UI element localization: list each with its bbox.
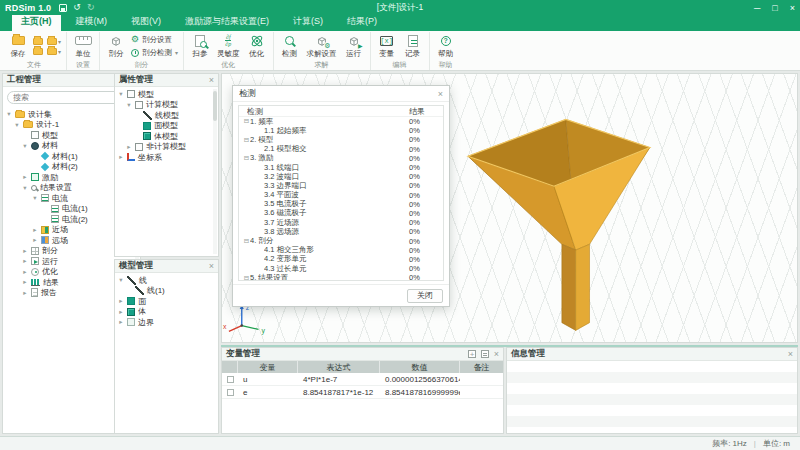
checkbox[interactable]: [227, 376, 234, 383]
redo-icon[interactable]: ↻: [87, 3, 95, 12]
tab-modeling[interactable]: 建模(M): [67, 13, 117, 31]
window-title: [文件]设计-1: [0, 2, 800, 14]
tree-item-solid[interactable]: ▸体: [115, 307, 218, 318]
recent-file-button[interactable]: ▾: [47, 38, 61, 45]
save-button[interactable]: 保存: [7, 33, 29, 59]
report-icon: [31, 288, 38, 297]
close-icon[interactable]: ×: [209, 262, 214, 271]
tree-item-surface[interactable]: ▸面: [115, 296, 218, 307]
gear-badge-icon: ⚙: [324, 42, 330, 49]
tab-view[interactable]: 视图(V): [122, 13, 170, 31]
ribbon-group-file: 保存 ▾ ▾ 文件: [2, 32, 67, 70]
tree-item-boundary[interactable]: ▸边界: [115, 317, 218, 328]
tree-item-noncalc-model[interactable]: ▸非计算模型: [115, 142, 218, 153]
line-icon: [127, 276, 136, 285]
expander-icon[interactable]: ▸: [118, 318, 124, 326]
status-separator: |: [754, 439, 756, 448]
title-bar: RDSim 1.0 ↺ ↻ [文件]设计-1 ─ □ ×: [0, 0, 800, 15]
expander-icon[interactable]: ▸: [22, 247, 28, 255]
sensitivity-button[interactable]: ∂f∂p 灵敏度: [215, 33, 242, 59]
folder-icon: [33, 38, 43, 45]
expander-icon[interactable]: ▾: [126, 101, 132, 109]
expander-icon[interactable]: ▾: [22, 184, 28, 192]
expander-icon[interactable]: ⊟: [243, 118, 250, 125]
sweep-button[interactable]: 扫参: [189, 33, 211, 59]
checkbox[interactable]: [227, 389, 234, 396]
expander-icon[interactable]: ▾: [118, 90, 124, 98]
maximize-button[interactable]: □: [772, 3, 777, 13]
mesh-check-button[interactable]: 剖分检测 ▾: [131, 48, 178, 58]
material-item-icon: [41, 163, 49, 171]
expander-icon[interactable]: ▾: [14, 121, 20, 129]
mesh-button[interactable]: 剖分: [105, 33, 127, 59]
save-icon[interactable]: [59, 4, 67, 12]
close-icon[interactable]: ×: [494, 350, 499, 359]
expander-icon[interactable]: ▸: [22, 278, 28, 286]
expander-icon[interactable]: ▸: [22, 257, 28, 265]
tree-item-coordinate-system[interactable]: ▸坐标系: [115, 152, 218, 163]
expander-icon[interactable]: ⊟: [243, 275, 250, 281]
solve-settings-button[interactable]: ⚙ 求解设置: [305, 33, 339, 59]
scrollbar[interactable]: [213, 89, 217, 254]
expander-icon[interactable]: ▸: [22, 289, 28, 297]
3d-viewport[interactable]: z x y 检测 × 检测 结果: [221, 73, 798, 343]
expander-icon[interactable]: ▸: [32, 226, 38, 234]
expander-icon[interactable]: ▸: [22, 173, 28, 181]
expander-icon[interactable]: ▸: [118, 153, 124, 161]
variable-row-e[interactable]: e 8.854187817*1e-12 8.854187816999999e-.…: [222, 386, 503, 399]
tree-item-solid-model[interactable]: 体模型: [115, 131, 218, 142]
expander-icon[interactable]: ▸: [118, 297, 124, 305]
close-icon[interactable]: ×: [209, 76, 214, 85]
delete-variable-icon[interactable]: [481, 350, 489, 358]
expander-icon[interactable]: ▾: [6, 110, 12, 118]
help-button[interactable]: ? 帮助: [435, 33, 457, 59]
expander-icon[interactable]: ▾: [118, 276, 124, 284]
unit-button[interactable]: 单位: [72, 33, 94, 59]
expander-icon[interactable]: ▸: [126, 143, 132, 151]
run-button[interactable]: ▶ 运行: [343, 33, 365, 59]
atom-icon: [250, 34, 264, 48]
col-variable: 变量: [238, 361, 298, 373]
tree-item-calc-model[interactable]: ▾计算模型: [115, 100, 218, 111]
close-icon[interactable]: ×: [438, 89, 443, 99]
tree-item-line-model[interactable]: 线模型: [115, 110, 218, 121]
expander-icon[interactable]: ⊟: [243, 155, 250, 162]
undo-icon[interactable]: ↺: [73, 3, 81, 12]
tab-results[interactable]: 结果(P): [338, 13, 386, 31]
expander-icon[interactable]: ⊟: [243, 137, 250, 144]
expander-icon[interactable]: ▸: [22, 268, 28, 276]
record-button[interactable]: 记录: [402, 33, 424, 59]
expander-icon[interactable]: ⊟: [243, 238, 250, 245]
tree-item-line-1[interactable]: 线(1): [115, 286, 218, 297]
tree-item-surface-model[interactable]: 面模型: [115, 121, 218, 132]
column-check: 检测: [247, 106, 409, 117]
expander-icon[interactable]: ▾: [32, 194, 38, 202]
check-list: 检测 结果 ⊟1. 频率0% 1.1 起始频率0% ⊟2. 模型0% 2.1 模…: [238, 105, 444, 281]
expander-icon[interactable]: ▾: [22, 142, 28, 150]
import-file-button[interactable]: [33, 48, 43, 55]
close-icon[interactable]: ×: [788, 350, 793, 359]
tab-excitation-results[interactable]: 激励源与结果设置(E): [176, 13, 278, 31]
expander-icon[interactable]: ▸: [118, 308, 124, 316]
tab-compute[interactable]: 计算(S): [284, 13, 332, 31]
minimize-button[interactable]: ─: [754, 3, 760, 13]
check-row[interactable]: ⊟5. 结果设置0%: [239, 273, 443, 281]
expander-icon[interactable]: ▸: [32, 236, 38, 244]
mesh-settings-button[interactable]: ⚙ 剖分设置: [131, 35, 178, 45]
dialog-close-button[interactable]: 关闭: [407, 289, 443, 303]
variable-button[interactable]: [x] 变量: [376, 33, 398, 59]
variable-row-u[interactable]: u 4*PI*1e-7 0.00000125663706143...: [222, 373, 503, 386]
check-button[interactable]: 检测: [279, 33, 301, 59]
status-frequency: 频率: 1Hz: [712, 438, 747, 449]
search-input[interactable]: [13, 93, 123, 102]
add-variable-icon[interactable]: [468, 350, 476, 358]
open-file-button[interactable]: [33, 38, 43, 45]
tree-item-line[interactable]: ▾线: [115, 275, 218, 286]
optimize-icon: [31, 268, 39, 276]
tree-item-model[interactable]: ▾模型: [115, 89, 218, 100]
tab-home[interactable]: 主页(H): [12, 13, 61, 31]
export-file-button[interactable]: ▾: [47, 48, 61, 55]
optimize-button[interactable]: 优化: [246, 33, 268, 59]
close-button[interactable]: ×: [790, 3, 795, 13]
scrollbar-thumb[interactable]: [213, 91, 217, 121]
